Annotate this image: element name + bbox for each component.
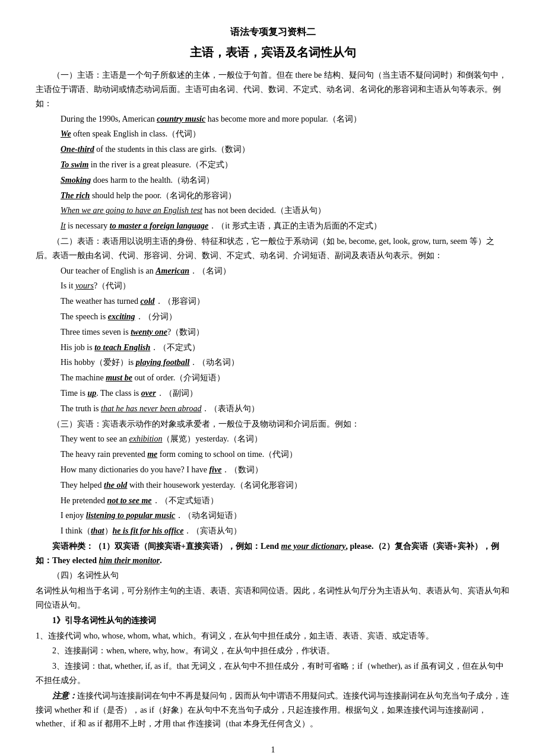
- section3-header: （三）宾语：宾语表示动作的对象或承爱者，一般位于及物动词和介词后面。例如：: [36, 417, 510, 431]
- s4-sub1-title: 1》引导名词性从句的连接词: [52, 614, 510, 628]
- s1-example2: We often speak English in class.（代词）: [61, 127, 510, 141]
- page-number: 1: [36, 743, 510, 756]
- s4-sub1-1: 1、连接代词 who, whose, whom, what, which。有词义…: [36, 629, 510, 643]
- s3-types: 宾语种类：（1）双宾语（间接宾语+直接宾语），例如：Lend me your d…: [36, 539, 510, 568]
- s2-example6: His job is to teach English．（不定式）: [61, 341, 510, 355]
- s3-example4: They helped the old with their housework…: [61, 478, 510, 493]
- s3-example5: He pretended not to see me．（不定式短语）: [61, 494, 510, 508]
- page-container: 语法专项复习资料二 主语，表语，宾语及名词性从句 （一）主语：主语是一个句子所叙…: [36, 24, 510, 756]
- s3-example2: The heavy rain prevented me form coming …: [61, 447, 510, 462]
- s2-example7: His hobby（爱好）is playing football．（动名词）: [61, 355, 510, 370]
- s1-example4: To swim in the river is a great pleasure…: [61, 158, 510, 172]
- s2-example2: Is it yours?（代词）: [61, 279, 510, 293]
- s1-example6: The rich should help the poor.（名词化的形容词）: [61, 189, 510, 203]
- section1-header: （一）主语：主语是一个句子所叙述的主体，一般位于句首。但在 there be 结…: [36, 68, 510, 110]
- s1-example7: When we are going to have an English tes…: [61, 204, 510, 218]
- s1-example8: It is necessary to master a foreign lang…: [61, 219, 510, 233]
- s4-notice: 注意：连接代词与连接副词在句中不再是疑问句，因而从句中谓语不用疑问式。连接代词与…: [36, 689, 510, 731]
- s1-example5: Smoking does harm to the health.（动名词）: [61, 173, 510, 188]
- section4-header: （四）名词性从句: [36, 568, 510, 583]
- s2-example9: Time is up. The class is over．（副词）: [61, 386, 510, 401]
- title-row2: 主语，表语，宾语及名词性从句: [36, 42, 510, 62]
- s1-example1: During the 1990s, American country music…: [61, 112, 510, 126]
- s3-example3: How many dictionaries do you have? I hav…: [61, 463, 510, 477]
- section2-header: （二）表语：表语用以说明主语的身份、特征和状态，它一般位于系动词（如 be, b…: [36, 234, 510, 263]
- s4-sub1-2: 2、连接副词：when, where, why, how。有词义，在从句中担任成…: [36, 644, 510, 658]
- s2-example8: The machine must be out of order.（介词短语）: [61, 371, 510, 385]
- s2-example10: The truth is that he has never been abro…: [61, 402, 510, 416]
- s2-example1: Our teacher of English is an American．（名…: [61, 264, 510, 278]
- s2-example4: The speech is exciting．（分词）: [61, 310, 510, 324]
- s2-example3: The weather has turned cold．（形容词）: [61, 294, 510, 309]
- s1-example3: One-third of the students in this class …: [61, 142, 510, 157]
- s3-example1: They went to see an exhibition（展览）yester…: [61, 432, 510, 446]
- s4-sub1-3: 3、连接词：that, whether, if, as if。that 无词义，…: [36, 659, 510, 688]
- s4-para1: 名词性从句相当于名词，可分别作主句的主语、表语、宾语和同位语。因此，名词性从句厅…: [36, 584, 510, 612]
- s3-example6: I enjoy listening to popular music．（动名词短…: [61, 509, 510, 523]
- title-row1: 语法专项复习资料二: [36, 24, 510, 40]
- s2-example5: Three times seven is twenty one?（数词）: [61, 325, 510, 339]
- s3-example7: I think（that）he is fit for his office．（宾…: [61, 524, 510, 538]
